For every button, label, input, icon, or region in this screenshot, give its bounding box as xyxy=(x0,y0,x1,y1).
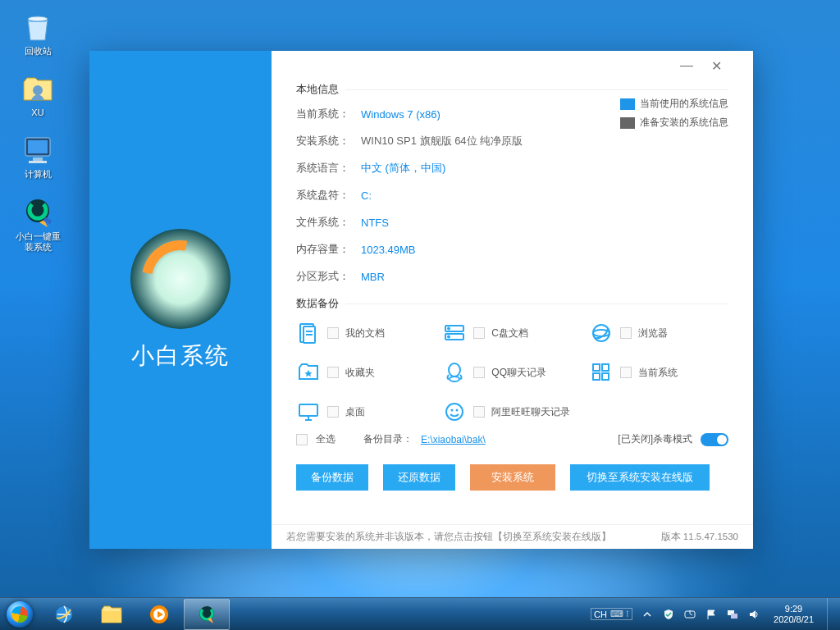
desktop-icon-label: XU xyxy=(31,107,43,118)
backup-button[interactable]: 备份数据 xyxy=(296,464,368,491)
desktop-icon-xiaobai[interactable]: 小白一键重装系统 xyxy=(8,192,67,256)
taskbar-item-ie[interactable] xyxy=(41,599,87,630)
backup-label: 收藏夹 xyxy=(345,366,375,380)
backup-label: 浏览器 xyxy=(638,326,668,340)
backup-grid: 我的文档 C盘文档 浏览器 收藏夹 QQ聊天记录 当前系统 xyxy=(296,321,728,424)
tray-power-icon[interactable] xyxy=(683,608,696,621)
tray-flag-icon[interactable] xyxy=(705,608,718,621)
backup-item-qq: QQ聊天记录 xyxy=(442,360,582,385)
close-button[interactable]: ✕ xyxy=(709,58,724,73)
desktop-icons: 回收站 XU 计算机 小白一键重装系统 xyxy=(8,7,67,256)
svg-point-28 xyxy=(456,409,459,412)
taskbar-item-mediaplayer[interactable] xyxy=(136,599,182,630)
backup-label: C盘文档 xyxy=(491,326,528,340)
tray-date: 2020/8/21 xyxy=(774,614,814,625)
xiaobai-icon xyxy=(21,195,55,230)
sidebar-logo: 小白系统 xyxy=(130,229,231,372)
legend-label: 当前使用的系统信息 xyxy=(640,97,728,111)
info-value: WIN10 SP1 旗舰版 64位 纯净原版 xyxy=(361,134,523,148)
checkbox[interactable] xyxy=(620,327,632,339)
svg-point-17 xyxy=(449,363,460,377)
brand-name: 小白系统 xyxy=(131,340,230,372)
start-button[interactable] xyxy=(0,598,39,631)
info-label: 当前系统： xyxy=(296,107,349,121)
taskbar-item-explorer[interactable] xyxy=(89,599,135,630)
desktop-icon-label: 小白一键重装系统 xyxy=(11,231,64,253)
folder-icon xyxy=(21,71,55,106)
windows-logo-icon xyxy=(7,601,33,628)
info-label: 分区形式： xyxy=(296,269,349,284)
backup-label: QQ聊天记录 xyxy=(491,366,546,380)
info-label: 系统语言： xyxy=(296,161,349,176)
svg-rect-20 xyxy=(602,364,609,371)
backup-item-favorites: 收藏夹 xyxy=(296,360,436,385)
drive-icon xyxy=(442,321,467,345)
checkbox[interactable] xyxy=(327,367,339,378)
section-title-local-info: 本地信息 xyxy=(296,82,728,97)
section-title-text: 本地信息 xyxy=(296,82,339,97)
button-row: 备份数据 还原数据 安装系统 切换至系统安装在线版 xyxy=(296,464,728,491)
tray-up-icon[interactable] xyxy=(641,608,654,621)
desktop-icon-user-folder[interactable]: XU xyxy=(8,68,67,121)
backup-item-desktop: 桌面 xyxy=(296,399,436,424)
tray-volume-icon[interactable] xyxy=(747,608,760,621)
desktop-icon-label: 计算机 xyxy=(25,169,52,180)
xiaobai-window: 小白系统 — ✕ 本地信息 当前使用的系统信息 准备安装的系统信息 当前系统：W… xyxy=(89,51,753,549)
svg-point-26 xyxy=(446,404,463,420)
taskbar: CH⌨ ⁝ 9:29 2020/8/21 xyxy=(0,597,840,630)
svg-rect-22 xyxy=(602,373,609,380)
sidebar: 小白系统 xyxy=(89,51,272,549)
backup-label: 我的文档 xyxy=(345,326,385,340)
svg-rect-36 xyxy=(731,614,737,619)
svg-point-27 xyxy=(451,409,454,412)
svg-rect-5 xyxy=(29,161,47,163)
language-indicator[interactable]: CH⌨ ⁝ xyxy=(591,608,632,620)
tray-time: 9:29 xyxy=(785,604,802,614)
backup-item-cdrive: C盘文档 xyxy=(442,321,582,345)
select-all-label: 全选 xyxy=(316,432,336,446)
svg-point-13 xyxy=(448,328,450,330)
desktop-icon-recycle-bin[interactable]: 回收站 xyxy=(8,7,67,60)
legend: 当前使用的系统信息 准备安装的系统信息 xyxy=(620,97,728,135)
checkbox[interactable] xyxy=(620,367,632,378)
qq-icon xyxy=(442,360,467,385)
info-label: 文件系统： xyxy=(296,215,349,230)
install-button[interactable]: 安装系统 xyxy=(470,464,555,491)
taskbar-pinned xyxy=(41,599,230,630)
virus-mode-toggle[interactable] xyxy=(701,433,728,446)
info-value: 1023.49MB xyxy=(361,244,416,256)
checkbox[interactable] xyxy=(473,367,485,378)
svg-point-14 xyxy=(448,336,450,338)
windows-icon xyxy=(589,360,614,385)
wangwang-icon xyxy=(442,399,467,424)
legend-label: 准备安装的系统信息 xyxy=(640,116,728,130)
select-all-checkbox[interactable] xyxy=(296,434,308,445)
version-value: 11.5.47.1530 xyxy=(683,532,738,541)
backup-item-documents: 我的文档 xyxy=(296,321,436,345)
footer-hint: 若您需要安装的系统并非该版本，请您点击按钮【切换至系统安装在线版】 xyxy=(286,531,611,543)
minimize-button[interactable]: — xyxy=(679,58,694,73)
info-label: 系统盘符： xyxy=(296,188,349,203)
legend-swatch-current xyxy=(620,98,635,110)
checkbox[interactable] xyxy=(327,406,339,418)
info-value: Windows 7 (x86) xyxy=(361,108,441,121)
desktop-icon-label: 回收站 xyxy=(25,46,52,57)
checkbox[interactable] xyxy=(473,406,485,418)
show-desktop-button[interactable] xyxy=(827,598,837,631)
svg-point-18 xyxy=(450,377,459,381)
tray-network-icon[interactable] xyxy=(726,608,739,621)
tray-shield-icon[interactable] xyxy=(662,608,675,621)
backup-path-link[interactable]: E:\xiaobai\bak\ xyxy=(421,434,486,445)
backup-label: 桌面 xyxy=(345,405,365,419)
section-title-backup: 数据备份 xyxy=(296,296,728,311)
svg-rect-4 xyxy=(33,158,43,161)
restore-button[interactable]: 还原数据 xyxy=(383,464,455,491)
tray-clock[interactable]: 9:29 2020/8/21 xyxy=(769,604,819,624)
taskbar-item-xiaobai[interactable] xyxy=(184,599,230,630)
info-value: C: xyxy=(361,189,372,202)
version-label: 版本 xyxy=(661,532,681,541)
switch-online-button[interactable]: 切换至系统安装在线版 xyxy=(570,464,710,491)
checkbox[interactable] xyxy=(473,327,485,339)
desktop-icon-computer[interactable]: 计算机 xyxy=(8,130,67,183)
checkbox[interactable] xyxy=(327,327,339,339)
